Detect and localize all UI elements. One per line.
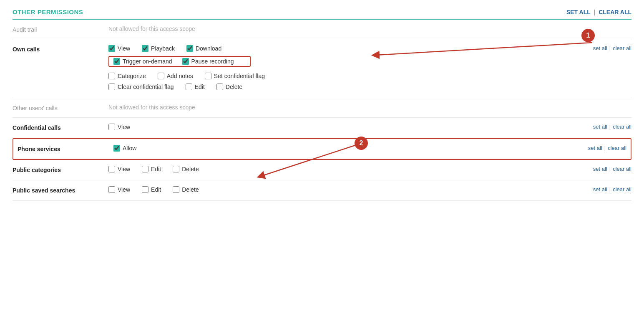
- set-all-public-categories[interactable]: set all: [593, 166, 607, 172]
- set-all-phone-services[interactable]: set all: [588, 145, 602, 151]
- public-categories-row1: View Edit Delete: [108, 166, 585, 172]
- actions-own-calls: set all | clear all: [585, 45, 631, 51]
- controls-own-calls: View Playback Download: [108, 45, 585, 92]
- annotation-circle-2: 2: [355, 137, 368, 150]
- checkbox-oc-edit[interactable]: Edit: [186, 84, 205, 90]
- checkbox-pss-delete[interactable]: Delete: [173, 186, 199, 193]
- checkbox-pss-edit[interactable]: Edit: [142, 186, 161, 193]
- input-oc-download[interactable]: [186, 45, 193, 52]
- label-confidential-calls: Confidential calls: [13, 124, 108, 131]
- label-phone-services: Phone services: [18, 145, 113, 152]
- not-allowed-audit-trail: Not allowed for this access scope: [108, 25, 195, 32]
- actions-public-categories: set all | clear all: [585, 166, 631, 172]
- clear-all-confidential-calls[interactable]: clear all: [613, 124, 631, 130]
- label-public-categories: Public categories: [13, 166, 108, 173]
- row-public-saved-searches: Public saved searches View Edit Delete: [13, 180, 631, 201]
- controls-phone-services: Allow: [113, 145, 580, 153]
- own-calls-row3: Categorize Add notes Set confidential fl…: [108, 73, 585, 79]
- checkbox-oc-view[interactable]: View: [108, 45, 130, 52]
- section-title: OTHER PERMISSIONS: [13, 8, 83, 15]
- input-pc-edit[interactable]: [142, 166, 148, 172]
- set-all-confidential-calls[interactable]: set all: [593, 124, 607, 130]
- label-other-users-calls: Other users' calls: [13, 104, 108, 111]
- checkbox-pc-delete[interactable]: Delete: [173, 166, 199, 172]
- own-calls-row4: Clear confidential flag Edit Delete: [108, 84, 585, 90]
- actions-phone-services: set all | clear all: [580, 145, 626, 151]
- checkbox-oc-trigger[interactable]: Trigger on-demand: [113, 58, 172, 65]
- input-pss-view[interactable]: [108, 186, 115, 193]
- checkbox-oc-delete[interactable]: Delete: [216, 84, 242, 90]
- not-allowed-other-users: Not allowed for this access scope: [108, 104, 195, 111]
- public-saved-searches-row1: View Edit Delete: [108, 186, 585, 193]
- annotation-circle-1: 1: [581, 29, 595, 42]
- input-oc-view[interactable]: [108, 45, 115, 52]
- checkbox-oc-categorize[interactable]: Categorize: [108, 73, 146, 79]
- controls-public-saved-searches: View Edit Delete: [108, 186, 585, 195]
- actions-public-saved-searches: set all | clear all: [585, 186, 631, 192]
- input-oc-edit[interactable]: [186, 84, 192, 90]
- permissions-container: OTHER PERMISSIONS SET ALL | CLEAR ALL: [0, 0, 644, 209]
- checkbox-oc-clearconfidential[interactable]: Clear confidential flag: [108, 84, 174, 90]
- controls-audit-trail: Not allowed for this access scope: [108, 25, 631, 32]
- checkbox-ps-allow[interactable]: Allow: [113, 145, 136, 152]
- checkbox-oc-download[interactable]: Download: [186, 45, 221, 52]
- clear-all-public-categories[interactable]: clear all: [613, 166, 631, 172]
- global-set-all-button[interactable]: SET ALL: [566, 9, 591, 15]
- label-public-saved-searches: Public saved searches: [13, 186, 108, 194]
- actions-confidential-calls: set all | clear all: [585, 124, 631, 130]
- input-pss-edit[interactable]: [142, 186, 148, 193]
- checkbox-oc-addnotes[interactable]: Add notes: [158, 73, 193, 79]
- controls-confidential-calls: View: [108, 124, 585, 132]
- row-public-categories: Public categories View Edit Delete: [13, 160, 631, 180]
- input-pc-delete[interactable]: [173, 166, 179, 172]
- row-phone-services: Phone services Allow set all | clear all: [13, 138, 631, 160]
- label-own-calls: Own calls: [13, 45, 108, 53]
- divider-public-categories: |: [609, 166, 611, 172]
- checkbox-pss-view[interactable]: View: [108, 186, 130, 193]
- clear-all-phone-services[interactable]: clear all: [608, 145, 626, 151]
- row-audit-trail: Audit trail Not allowed for this access …: [13, 20, 631, 39]
- rows-wrapper: 1 2 Audit trail Not allowed for this acc…: [13, 20, 631, 201]
- own-calls-inner: Own calls View Playback: [13, 45, 631, 92]
- input-pss-delete[interactable]: [173, 186, 179, 193]
- global-set-clear-all: SET ALL | CLEAR ALL: [566, 9, 631, 15]
- checkbox-oc-playback[interactable]: Playback: [142, 45, 175, 52]
- input-pc-view[interactable]: [108, 166, 115, 172]
- divider-own-calls: |: [609, 45, 611, 51]
- input-oc-pause[interactable]: [182, 58, 189, 65]
- own-calls-highlight-box: Trigger on-demand Pause recording: [108, 56, 251, 67]
- conf-calls-row1: View: [108, 124, 585, 130]
- input-oc-clearconfidential[interactable]: [108, 84, 115, 90]
- checkbox-cc-view[interactable]: View: [108, 124, 130, 130]
- checkbox-oc-setconfidential[interactable]: Set confidential flag: [205, 73, 265, 79]
- row-confidential-calls: Confidential calls View set all | clear …: [13, 118, 631, 138]
- row-other-users-calls: Other users' calls Not allowed for this …: [13, 98, 631, 118]
- section-header: OTHER PERMISSIONS SET ALL | CLEAR ALL: [13, 8, 631, 20]
- clear-all-own-calls[interactable]: clear all: [613, 45, 631, 51]
- phone-services-row1: Allow: [113, 145, 580, 152]
- checkbox-pc-view[interactable]: View: [108, 166, 130, 172]
- set-all-public-saved-searches[interactable]: set all: [593, 186, 607, 192]
- divider-public-saved-searches: |: [609, 186, 611, 192]
- checkbox-pc-edit[interactable]: Edit: [142, 166, 161, 172]
- own-calls-row1: View Playback Download: [108, 45, 585, 52]
- label-audit-trail: Audit trail: [13, 25, 108, 33]
- checkbox-oc-pause[interactable]: Pause recording: [182, 58, 234, 65]
- row-own-calls: Own calls View Playback: [13, 39, 631, 98]
- global-clear-all-button[interactable]: CLEAR ALL: [599, 9, 631, 15]
- input-oc-playback[interactable]: [142, 45, 148, 52]
- input-ps-allow[interactable]: [113, 145, 120, 152]
- controls-other-users-calls: Not allowed for this access scope: [108, 104, 631, 111]
- input-cc-view[interactable]: [108, 124, 115, 130]
- input-oc-setconfidential[interactable]: [205, 73, 211, 79]
- own-calls-row2: Trigger on-demand Pause recording: [108, 56, 585, 68]
- divider-phone-services: |: [604, 145, 606, 151]
- clear-all-public-saved-searches[interactable]: clear all: [613, 186, 631, 192]
- input-oc-addnotes[interactable]: [158, 73, 164, 79]
- global-divider: |: [594, 9, 595, 15]
- divider-confidential-calls: |: [609, 124, 611, 130]
- input-oc-categorize[interactable]: [108, 73, 115, 79]
- input-oc-delete[interactable]: [216, 84, 223, 90]
- set-all-own-calls[interactable]: set all: [593, 45, 607, 51]
- input-oc-trigger[interactable]: [113, 58, 120, 65]
